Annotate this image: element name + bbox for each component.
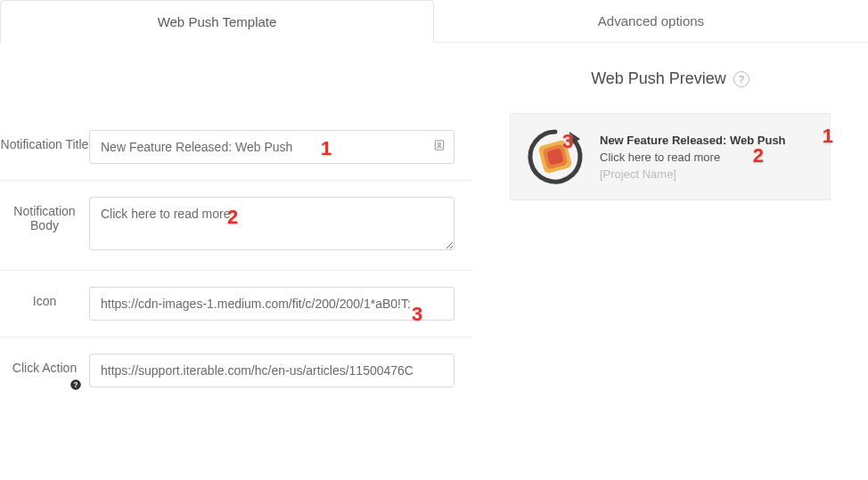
- notification-title-input[interactable]: [89, 130, 454, 164]
- preview-title-text: New Feature Released: Web Push: [600, 134, 815, 147]
- preview-body-text: Click here to read more: [600, 151, 815, 164]
- label-click-action: Click Action ?: [0, 354, 89, 375]
- svg-point-1: [438, 142, 441, 145]
- preview-heading: Web Push Preview: [591, 69, 726, 88]
- help-icon[interactable]: ?: [70, 378, 82, 393]
- click-action-input[interactable]: [89, 354, 454, 387]
- tab-advanced-options[interactable]: Advanced options: [434, 0, 868, 42]
- svg-text:?: ?: [74, 381, 78, 389]
- label-icon: Icon: [0, 287, 89, 308]
- notification-body-input[interactable]: [89, 197, 454, 250]
- template-form: Notification Title 1 Notification Body 2…: [0, 43, 472, 403]
- preview-icon: 3: [525, 126, 585, 187]
- tab-web-push-template[interactable]: Web Push Template: [0, 0, 434, 43]
- preview-help-icon[interactable]: ?: [733, 71, 749, 87]
- tabs: Web Push Template Advanced options: [0, 0, 868, 43]
- preview-card: 3 New Feature Released: Web Push Click h…: [510, 113, 831, 200]
- contact-card-icon: [433, 139, 446, 155]
- preview-project-text: [Project Name]: [600, 167, 815, 181]
- label-notification-body: Notification Body: [0, 197, 89, 232]
- callout-1-preview: 1: [823, 126, 833, 146]
- icon-url-input[interactable]: [89, 287, 454, 321]
- label-notification-title: Notification Title: [0, 130, 89, 151]
